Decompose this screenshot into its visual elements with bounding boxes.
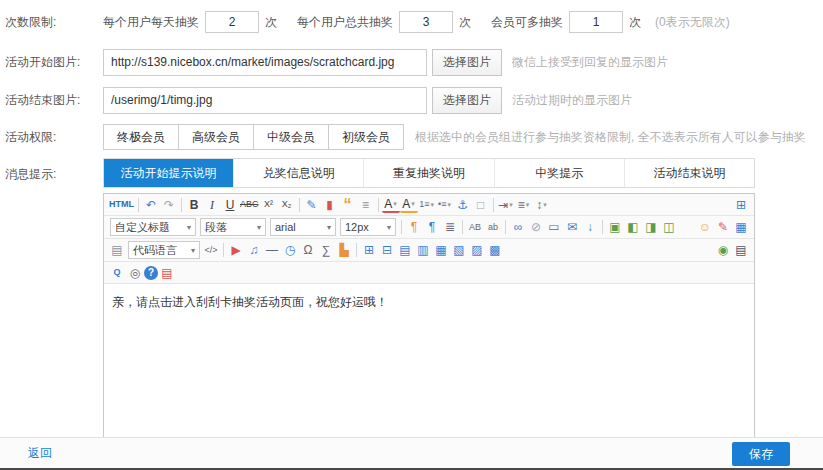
per-day-input[interactable] (205, 11, 259, 33)
image-right-icon[interactable]: ◨ (642, 219, 660, 236)
back-link[interactable]: 返回 (28, 445, 52, 462)
member-option-senior[interactable]: 高级会员 (178, 124, 254, 150)
toolbar-row: HTML↶↷BIUABCX²X₂✎▮“≡AA1≡•≡⚓□⇥≡↕⊞ (104, 194, 754, 216)
special-chars-icon[interactable]: Ω (299, 242, 317, 259)
scrawl-icon[interactable]: ✎ (714, 219, 732, 236)
strikethrough-icon[interactable]: ABC (239, 196, 260, 213)
formula-icon[interactable]: ∑ (317, 242, 335, 259)
video-icon[interactable]: ▶ (227, 242, 245, 259)
end-image-input[interactable] (103, 87, 427, 114)
save-button[interactable]: 保存 (732, 442, 790, 466)
date-time-icon[interactable]: ◷ (281, 242, 299, 259)
ordered-list-icon[interactable]: 1≡ (418, 196, 436, 213)
paste-plain-icon[interactable]: ≡ (357, 196, 375, 213)
eraser-icon[interactable]: ✎ (303, 196, 321, 213)
indent-icon[interactable]: ⇥ (497, 196, 515, 213)
clear-doc-icon[interactable]: □ (472, 196, 490, 213)
help-icon[interactable]: ? (144, 266, 158, 280)
anchor-icon[interactable]: ⚓ (454, 196, 472, 213)
delete-table-icon[interactable]: ⊟ (378, 242, 396, 259)
underline-icon[interactable]: U (221, 196, 239, 213)
total-input[interactable] (399, 11, 453, 33)
custom-style-select[interactable]: 自定义标题▾ (110, 218, 196, 236)
member-option-intermediate[interactable]: 中级会员 (253, 124, 329, 150)
ltr-paragraph-icon[interactable]: ¶ (405, 219, 423, 236)
insert-table-icon[interactable]: ⊞ (360, 242, 378, 259)
insert-row-icon[interactable]: ▤ (396, 242, 414, 259)
superscript-icon[interactable]: X² (260, 196, 278, 213)
image-left-icon[interactable]: ◧ (624, 219, 642, 236)
member-option-beginner[interactable]: 初级会员 (328, 124, 404, 150)
blockquote-icon[interactable]: “ (339, 196, 357, 213)
paragraph-select[interactable]: 段落▾ (200, 218, 266, 236)
tab-winning-prompt[interactable]: 中奖提示 (495, 159, 625, 187)
vip-extra-unit: 次 (629, 14, 641, 31)
end-image-label: 活动结束图片: (5, 92, 103, 109)
member-option-ultimate[interactable]: 终极会员 (103, 124, 179, 150)
font-size-select[interactable]: 12px▾ (340, 218, 396, 236)
editor-toolbar: HTML↶↷BIUABCX²X₂✎▮“≡AA1≡•≡⚓□⇥≡↕⊞自定义标题▾段落… (104, 194, 754, 284)
redo-icon[interactable]: ↷ (160, 196, 178, 213)
map-icon[interactable]: ◉ (714, 242, 732, 259)
insert-col-icon[interactable]: ▦ (432, 242, 450, 259)
bg-color-icon[interactable]: A (400, 196, 418, 213)
link-icon[interactable]: ∞ (509, 219, 527, 236)
unordered-list-icon[interactable]: •≡ (436, 196, 454, 213)
word-wrap-icon[interactable]: ≣ (441, 219, 459, 236)
drafts-icon[interactable]: ▤ (158, 264, 176, 281)
iframe-icon[interactable]: ▭ (545, 219, 563, 236)
end-image-choose-button[interactable]: 选择图片 (432, 87, 502, 114)
tab-repeat-draw-note[interactable]: 重复抽奖说明 (364, 159, 494, 187)
subscript-icon[interactable]: X₂ (278, 196, 296, 213)
editor-content[interactable]: 亲，请点击进入刮刮卡抽奖活动页面，祝您好运哦！ (104, 284, 754, 439)
toolbar-row: Q◎?▤ (104, 262, 754, 284)
tab-activity-end-note[interactable]: 活动结束说明 (625, 159, 754, 187)
uppercase-icon[interactable]: AB (466, 219, 484, 236)
split-cells-icon[interactable]: ▩ (486, 242, 504, 259)
horizontal-rule-icon[interactable]: — (263, 242, 281, 259)
search-replace-icon[interactable]: Q (108, 264, 126, 281)
lowercase-icon[interactable]: ab (484, 219, 502, 236)
delete-row-icon[interactable]: ▥ (414, 242, 432, 259)
align-left-icon[interactable]: ≡ (515, 196, 533, 213)
unlink-icon[interactable]: ⊘ (527, 219, 545, 236)
toolbar-row: 自定义标题▾段落▾arial▾12px▾¶¶≣ABab∞⊘▭✉↓▣◧◨◫☺✎▦ (104, 216, 754, 239)
insert-code-icon[interactable]: </> (202, 242, 220, 259)
merge-cells-icon[interactable]: ▨ (468, 242, 486, 259)
tab-redeem-info[interactable]: 兑奖信息说明 (234, 159, 364, 187)
delete-col-icon[interactable]: ▧ (450, 242, 468, 259)
template-icon[interactable]: ▤ (108, 242, 126, 259)
bold-icon[interactable]: B (185, 196, 203, 213)
start-image-input[interactable] (103, 49, 427, 76)
format-painter-icon[interactable]: ▮ (321, 196, 339, 213)
italic-icon[interactable]: I (203, 196, 221, 213)
music-icon[interactable]: ♫ (245, 242, 263, 259)
undo-icon[interactable]: ↶ (142, 196, 160, 213)
settings-form: 次数限制: 每个用户每天抽奖 次 每个用户总共抽奖 次 会员可多抽奖 次 (0表… (0, 0, 823, 440)
source-code-button[interactable]: HTML (108, 196, 135, 213)
preview-icon[interactable]: ◎ (126, 264, 144, 281)
start-image-choose-button[interactable]: 选择图片 (432, 49, 502, 76)
font-color-icon[interactable]: A (382, 196, 400, 213)
image-center-icon[interactable]: ◫ (660, 219, 678, 236)
emotion-icon[interactable]: ☺ (696, 219, 714, 236)
chevron-down-icon: ▾ (191, 246, 195, 255)
rich-text-editor: HTML↶↷BIUABCX²X₂✎▮“≡AA1≡•≡⚓□⇥≡↕⊞自定义标题▾段落… (103, 193, 755, 440)
vip-extra-input[interactable] (569, 11, 623, 33)
chevron-down-icon: ▾ (187, 223, 191, 232)
fullscreen-icon[interactable]: ⊞ (732, 196, 750, 213)
print-icon[interactable]: ▤ (732, 242, 750, 259)
code-language-select[interactable]: 代码语言▾ (128, 241, 200, 259)
code-language-select-value: 代码语言 (133, 243, 177, 258)
chevron-down-icon: ▾ (257, 223, 261, 232)
download-icon[interactable]: ↓ (581, 219, 599, 236)
font-family-select[interactable]: arial▾ (270, 218, 336, 236)
line-height-icon[interactable]: ↕ (533, 196, 551, 213)
background-icon[interactable]: ▦ (732, 219, 750, 236)
image-none-icon[interactable]: ▣ (606, 219, 624, 236)
tab-activity-start-note[interactable]: 活动开始提示说明 (104, 159, 234, 187)
rtl-paragraph-icon[interactable]: ¶ (423, 219, 441, 236)
chart-icon[interactable]: ▙ (335, 242, 353, 259)
attachment-icon[interactable]: ✉ (563, 219, 581, 236)
permission-hint: 根据选中的会员组进行参与抽奖资格限制, 全不选表示所有人可以参与抽奖 (415, 129, 806, 146)
